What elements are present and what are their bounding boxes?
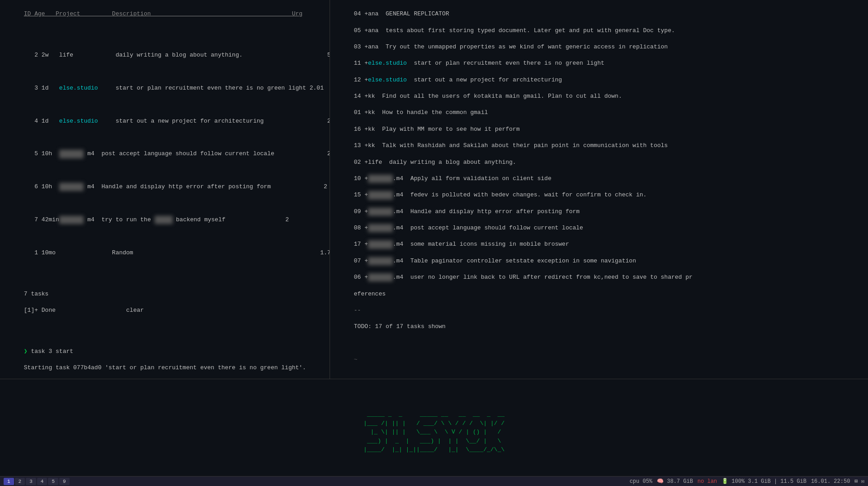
task-row-6: 6 10h blurred m4 Handle and display http… (3, 183, 327, 198)
battery-indicator: 🔋 100% 3.1 GiB | 11.5 GiB (722, 478, 807, 485)
left-terminal-pane: ID Age Project Description Urg 2 2w life… (0, 0, 330, 379)
output-task3-1: Starting task 077b4ad0 'start or plan re… (24, 364, 306, 371)
r-line-13: 13 +kk Talk with Rashidah and Sakilah ab… (354, 142, 668, 149)
task-row-1: 1 10mo Random 1.75 (3, 249, 330, 264)
memory-indicator: 🧠 38.7 GiB (657, 478, 693, 485)
task-row-3: 3 1d else.studio start or plan recruitme… (3, 85, 324, 100)
task-row-5: 5 10h blurred m4 post accept language sh… (3, 150, 330, 165)
left-terminal-content: ID Age Project Description Urg 2 2w life… (3, 2, 327, 379)
tab-5[interactable]: 5 (48, 478, 58, 485)
r-line-11: 11 +else.studio start or plan recruitmen… (354, 60, 604, 67)
r-line-17: 17 +blurred.m4 some material icons missi… (354, 241, 569, 248)
task-row-2: 2 2w life daily writing a blog about any… (3, 52, 330, 67)
ascii-art-bar: _____ _ _ _____ __ __ __ _ __ |___ /| ||… (0, 379, 868, 476)
r-line-10: 10 +blurred.m4 Apply all form validation… (354, 175, 552, 182)
r-line-03: 03 +ana Try out the unmapped properties … (354, 43, 668, 50)
network-indicator: no lan (698, 478, 717, 485)
done-line: [1]+ Done clear (24, 307, 144, 314)
status-bar: 1 2 3 4 5 9 cpu 05% 🧠 38.7 GiB no lan 🔋 … (0, 476, 868, 486)
tab-3[interactable]: 3 (26, 478, 36, 485)
r-line-15: 15 +blurred.m4 fedev is polluted with be… (354, 191, 647, 198)
r-line-04: 04 +ana GENERAL REPLICATOR (354, 10, 449, 17)
r-line-12: 12 +else.studio start out a new project … (354, 76, 562, 83)
r-line-16: 16 +kk Play with MM more to see how it p… (354, 126, 520, 133)
tab-1[interactable]: 1 (4, 478, 14, 485)
task-row-4: 4 1d else.studio start out a new project… (3, 118, 330, 133)
r-line-09: 09 +blurred.m4 Handle and display http e… (354, 208, 580, 215)
r-tilde-1: ~ (354, 356, 358, 363)
r-line-14: 14 +kk Find out all the users of kotakit… (354, 93, 622, 100)
window-icons: ⊞ ✉ (854, 478, 864, 485)
status-right: cpu 05% 🧠 38.7 GiB no lan 🔋 100% 3.1 GiB… (630, 478, 864, 485)
r-todo-count: TODO: 17 of 17 tasks shown (354, 323, 446, 330)
datetime-indicator: 16.01. 22:50 (811, 478, 850, 485)
task-row-7: 7 42minblurred m4 try to run the blr bac… (3, 216, 289, 231)
cmd-task3: task 3 start (28, 348, 73, 355)
ascii-art: _____ _ _ _____ __ __ __ _ __ |___ /| ||… (363, 401, 505, 454)
r-line-eferences: eferences (354, 291, 386, 297)
right-terminal-pane: 04 +ana GENERAL REPLICATOR 05 +ana tests… (330, 0, 868, 379)
r-line-06: 06 +blurred.m4 user no longer link back … (354, 274, 693, 281)
tab-2[interactable]: 2 (15, 478, 25, 485)
status-left: 1 2 3 4 5 9 (4, 478, 70, 485)
r-line-05: 05 +ana tests about first storing typed … (354, 27, 675, 34)
r-line-02: 02 +life daily writing a blog about anyt… (354, 159, 516, 166)
r-line-separator: -- (354, 307, 361, 314)
main-area: ID Age Project Description Urg 2 2w life… (0, 0, 868, 379)
task-count: 7 tasks (24, 291, 49, 297)
right-terminal-content: 04 +ana GENERAL REPLICATOR 05 +ana tests… (333, 2, 865, 379)
cpu-indicator: cpu 05% (630, 478, 652, 485)
tab-9[interactable]: 9 (59, 478, 70, 485)
tab-4[interactable]: 4 (37, 478, 47, 485)
prompt-task3: ❯ (24, 348, 28, 355)
task-table-header: ID Age Project Description Urg (24, 10, 302, 17)
r-line-07: 07 +blurred.m4 Table paginator controlle… (354, 257, 636, 264)
r-line-08: 08 +blurred.m4 post accept language shou… (354, 224, 583, 231)
r-line-01: 01 +kk How to handle the common gmail (354, 109, 488, 116)
